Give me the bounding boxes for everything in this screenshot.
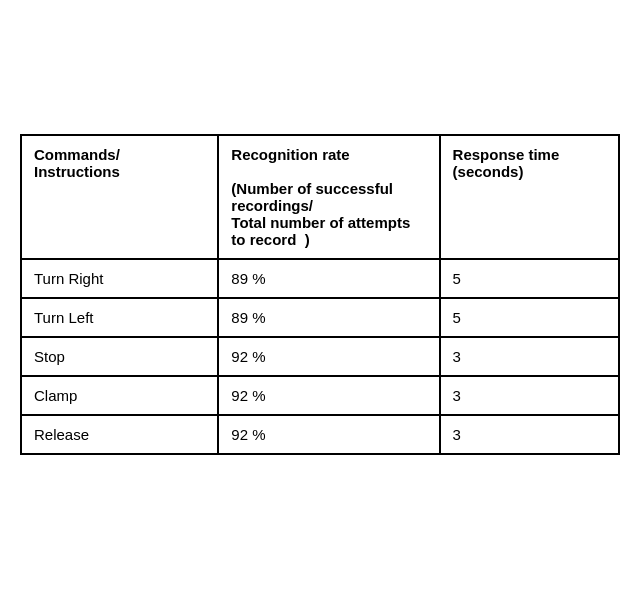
table-row: Release92 %3 xyxy=(21,415,619,454)
header-commands: Commands/Instructions xyxy=(21,135,218,259)
table-row: Clamp92 %3 xyxy=(21,376,619,415)
table-row: Turn Right89 %5 xyxy=(21,259,619,298)
cell-command-1: Turn Left xyxy=(21,298,218,337)
cell-command-3: Clamp xyxy=(21,376,218,415)
cell-command-4: Release xyxy=(21,415,218,454)
cell-command-0: Turn Right xyxy=(21,259,218,298)
cell-response-3: 3 xyxy=(440,376,619,415)
header-recognition: Recognition rate(Number of successful re… xyxy=(218,135,439,259)
main-table-container: Commands/Instructions Recognition rate(N… xyxy=(20,134,620,455)
cell-recognition-3: 92 % xyxy=(218,376,439,415)
cell-response-4: 3 xyxy=(440,415,619,454)
cell-recognition-0: 89 % xyxy=(218,259,439,298)
cell-response-1: 5 xyxy=(440,298,619,337)
data-table: Commands/Instructions Recognition rate(N… xyxy=(20,134,620,455)
cell-recognition-2: 92 % xyxy=(218,337,439,376)
cell-recognition-1: 89 % xyxy=(218,298,439,337)
cell-response-0: 5 xyxy=(440,259,619,298)
header-response: Response time (seconds) xyxy=(440,135,619,259)
table-row: Turn Left89 %5 xyxy=(21,298,619,337)
cell-recognition-4: 92 % xyxy=(218,415,439,454)
cell-command-2: Stop xyxy=(21,337,218,376)
table-row: Stop92 %3 xyxy=(21,337,619,376)
cell-response-2: 3 xyxy=(440,337,619,376)
